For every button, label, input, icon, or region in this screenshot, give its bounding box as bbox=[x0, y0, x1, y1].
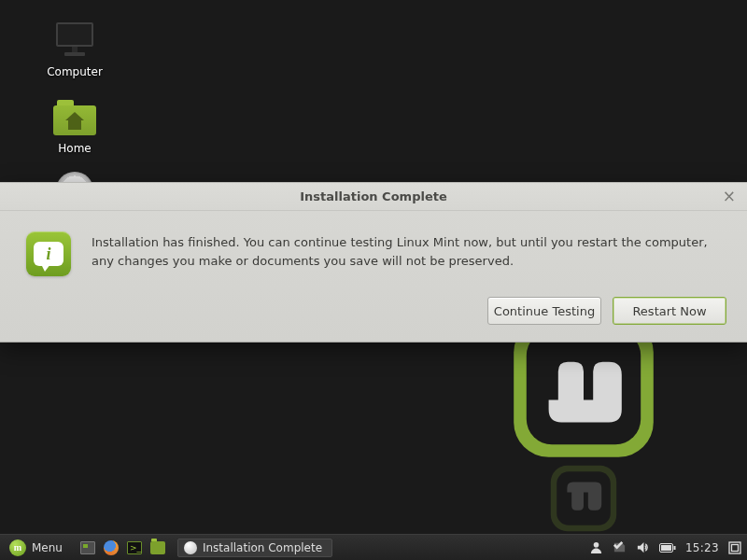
svg-rect-7 bbox=[661, 545, 671, 551]
files-launcher[interactable] bbox=[148, 538, 168, 558]
info-icon: i bbox=[26, 231, 71, 276]
user-applet[interactable] bbox=[589, 540, 603, 554]
terminal-launcher[interactable]: >_ bbox=[124, 538, 145, 558]
menu-label: Menu bbox=[32, 541, 63, 554]
window-list-applet[interactable] bbox=[728, 541, 741, 554]
wallpaper-logo-reflection bbox=[504, 457, 663, 536]
network-applet[interactable] bbox=[613, 540, 627, 554]
svg-rect-6 bbox=[673, 546, 675, 550]
taskbar-window-button[interactable]: Installation Complete bbox=[177, 539, 332, 557]
firefox-icon bbox=[104, 540, 119, 555]
desktop-icon-label: Computer bbox=[47, 65, 103, 78]
restart-now-button[interactable]: Restart Now bbox=[613, 297, 726, 325]
system-tray: 15:23 bbox=[589, 540, 741, 554]
dialog-message: Installation has finished. You can conti… bbox=[92, 231, 721, 276]
clock[interactable]: 15:23 bbox=[685, 541, 719, 554]
desktop-icon-computer[interactable]: Computer bbox=[37, 19, 112, 78]
show-desktop-button[interactable] bbox=[78, 538, 98, 558]
folder-home-icon bbox=[52, 95, 97, 140]
terminal-icon: >_ bbox=[127, 541, 142, 554]
firefox-launcher[interactable] bbox=[101, 538, 121, 558]
files-icon bbox=[150, 541, 165, 554]
dialog-titlebar[interactable]: Installation Complete × bbox=[0, 183, 747, 211]
computer-icon bbox=[52, 19, 97, 63]
dialog-title: Installation Complete bbox=[300, 189, 447, 203]
taskbar-launchers: >_ bbox=[78, 538, 168, 558]
svg-rect-8 bbox=[729, 542, 740, 553]
show-desktop-icon bbox=[80, 541, 95, 554]
installation-complete-dialog: Installation Complete × i Installation h… bbox=[0, 182, 747, 343]
mint-logo-icon: m bbox=[9, 539, 26, 556]
app-icon bbox=[184, 541, 197, 554]
menu-button[interactable]: m Menu bbox=[6, 538, 72, 558]
desktop-icon-home[interactable]: Home bbox=[37, 95, 112, 155]
dialog-buttons: Continue Testing Restart Now bbox=[0, 284, 747, 342]
volume-applet[interactable] bbox=[636, 540, 650, 554]
taskbar-window-title: Installation Complete bbox=[203, 541, 322, 554]
continue-testing-button[interactable]: Continue Testing bbox=[487, 297, 601, 325]
taskbar: m Menu >_ Installation Complete 15:23 bbox=[0, 534, 747, 560]
desktop-icon-label: Home bbox=[58, 142, 91, 155]
svg-rect-9 bbox=[732, 544, 739, 551]
close-icon[interactable]: × bbox=[723, 189, 736, 204]
svg-point-4 bbox=[594, 542, 599, 548]
battery-applet[interactable] bbox=[659, 542, 676, 553]
